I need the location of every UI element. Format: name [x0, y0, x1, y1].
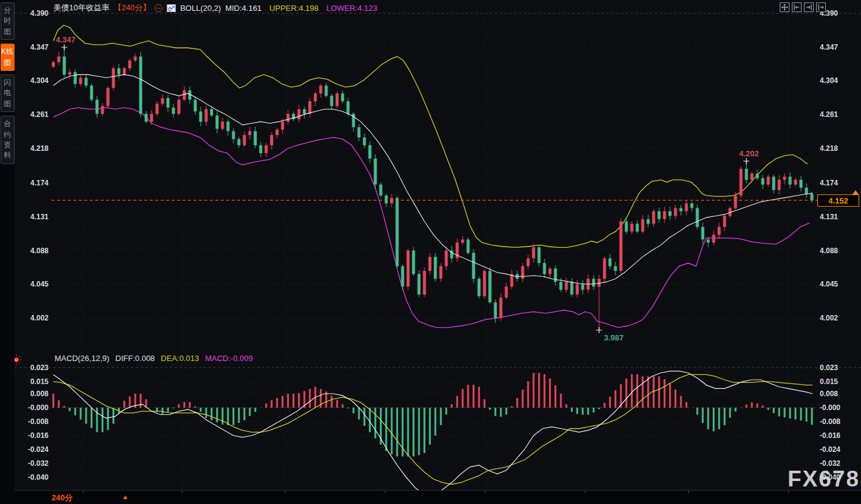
axis-tick	[788, 491, 789, 493]
price-axis-label-right: 4.088	[820, 246, 859, 256]
boll-lower-value: LOWER:4.123	[326, 4, 377, 13]
macd-dea-value: DEA:0.013	[161, 354, 199, 363]
macd-axis-label-left: -0.016	[16, 431, 49, 440]
macd-axis-label-right: -0.008	[820, 417, 859, 426]
top-toolbar	[780, 2, 826, 12]
price-axis-label-right: 4.131	[820, 212, 859, 222]
axis-tick	[83, 491, 84, 493]
price-axis-label-left: 4.131	[16, 212, 49, 222]
footer-period-label[interactable]: 240分	[52, 492, 73, 503]
sidebar-tab-3[interactable]: 闪电图	[1, 75, 15, 112]
sidebar: 分时图K线图闪电图合约资料	[0, 0, 15, 504]
period-badge[interactable]: 【240分】	[113, 2, 150, 13]
symbol-title: 美债10年收益率	[53, 2, 109, 13]
watermark-logo: FX678	[788, 466, 860, 492]
price-axis-label-left: 4.390	[16, 8, 49, 18]
price-axis-label-right: 4.045	[820, 279, 859, 289]
price-axis-label-right: 4.002	[820, 313, 859, 323]
scroll-to-latest-icon[interactable]	[853, 190, 859, 194]
sidebar-tab-2[interactable]: K线图	[1, 44, 15, 71]
price-axis-label-left: 4.088	[16, 246, 49, 256]
axis-tick	[485, 491, 486, 493]
axis-tick	[285, 491, 286, 493]
triangle-up-icon[interactable]: ▲	[122, 493, 129, 500]
macd-axis-label-right: -0.024	[820, 445, 859, 454]
price-axis-label-left: 4.174	[16, 178, 49, 188]
macd-axis-label-right: 0.015	[820, 377, 859, 386]
compress-right-axis-icon[interactable]	[804, 2, 814, 12]
macd-axis-label-left: 0.015	[16, 377, 49, 386]
macd-axis-label-left: -0.000	[16, 403, 49, 413]
x-axis-bar: 240分 ▲	[0, 490, 861, 504]
macd-axis-label-left: -0.008	[16, 417, 49, 426]
macd-axis-label-left: 0.008	[16, 389, 49, 399]
chart-canvas[interactable]	[0, 0, 861, 504]
move-crosshair-icon[interactable]	[780, 2, 789, 12]
macd-plot	[53, 371, 813, 495]
price-axis-label-left: 4.218	[16, 144, 49, 153]
macd-macd-value: MACD:-0.009	[205, 354, 253, 363]
macd-axis-label-right: 0.008	[820, 389, 859, 399]
price-axis-label-left: 4.347	[16, 42, 49, 52]
high-price-annotation: 4.347	[56, 35, 76, 44]
collapse-minus-icon[interactable]	[155, 4, 162, 12]
last-price-tag: 4.152	[817, 194, 859, 207]
macd-header: MACD(26,12,9) DIFF:0.008 DEA:0.013 MACD:…	[55, 354, 253, 363]
app-root: 分时图K线图闪电图合约资料 美债10年收益率 【240分】 BOLL(20,2)…	[0, 0, 861, 504]
axis-tick	[182, 491, 183, 493]
boll-mid-value: MID:4.161	[225, 4, 261, 13]
price-axis-label-right: 4.347	[820, 42, 859, 52]
sidebar-tab-1[interactable]: 分时图	[1, 2, 15, 40]
boll-chart-icon	[167, 4, 176, 12]
macd-axis-label-left: -0.040	[16, 472, 49, 482]
price-axis-label-right: 4.304	[820, 76, 859, 85]
macd-title: MACD(26,12,9)	[55, 354, 109, 363]
axis-tick	[385, 491, 386, 493]
axis-tick	[688, 491, 689, 493]
price-axis-label-left: 4.002	[16, 313, 49, 323]
price-axis-label-left: 4.261	[16, 110, 49, 119]
boll-upper-value: UPPER:4.198	[269, 4, 318, 13]
macd-axis-label-left: -0.032	[16, 459, 49, 468]
price-axis-label-right: 4.174	[820, 178, 859, 188]
chart-header: 美债10年收益率 【240分】 BOLL(20,2) MID:4.161 UPP…	[53, 2, 377, 13]
axis-tick	[585, 491, 586, 493]
candles	[52, 47, 814, 330]
macd-axis-label-right: -0.016	[820, 431, 859, 440]
macd-axis-label-right: -0.000	[820, 403, 859, 413]
compress-left-axis-icon[interactable]	[792, 2, 802, 12]
macd-axis-label-left: -0.024	[16, 445, 49, 454]
macd-axis-label-right: 0.023	[820, 363, 859, 373]
price-axis-label-right: 4.218	[820, 144, 859, 153]
price-axis-label-left: 4.304	[16, 76, 49, 85]
swing-high-annotation: 4.202	[739, 149, 759, 158]
pan-right-axis-icon[interactable]	[816, 2, 826, 12]
macd-diff-value: DIFF:0.008	[115, 354, 155, 363]
low-price-annotation: 3.987	[604, 333, 624, 342]
price-axis-label-right: 4.261	[820, 110, 859, 119]
boll-indicator-label: BOLL(20,2)	[180, 4, 221, 13]
price-axis-label-left: 4.045	[16, 279, 49, 289]
sidebar-tab-4[interactable]: 合约资料	[1, 116, 15, 164]
